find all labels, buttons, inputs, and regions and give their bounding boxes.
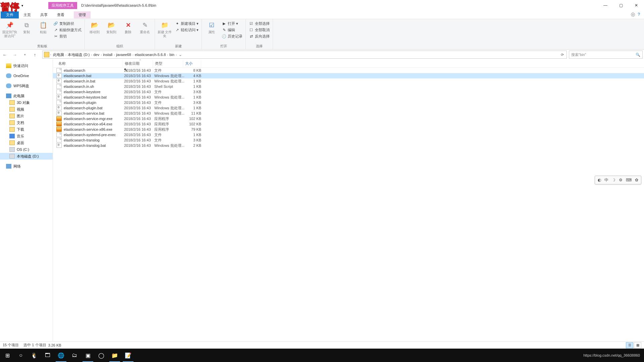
navigation-tree[interactable]: 快速访问OneDriveWPS网盘此电脑3D 对象视频图片文档下载音乐桌面OS …	[0, 60, 53, 341]
delete-button[interactable]: ✕删除	[120, 20, 136, 34]
invert-selection-button[interactable]: ⇄反向选择	[248, 34, 271, 39]
sidebar-item[interactable]: 图片	[0, 113, 53, 119]
tab-manage[interactable]: 管理	[74, 11, 91, 18]
pin-button[interactable]: 📌固定到"快 速访问"	[2, 20, 17, 38]
start-button[interactable]: ⊞	[1, 349, 14, 362]
column-headers[interactable]: ⌃ 名称 修改日期 类型 大小	[53, 60, 644, 68]
chevron-icon[interactable]: ›	[176, 53, 177, 57]
forward-button[interactable]: →	[11, 51, 19, 59]
column-date[interactable]: 修改日期	[123, 60, 153, 67]
close-button[interactable]: ✕	[629, 0, 644, 10]
sidebar-item[interactable]: 3D 对象	[0, 99, 53, 106]
maximize-button[interactable]: ▢	[613, 0, 629, 10]
file-row[interactable]: elasticsearch-plugin2018/2/16 16:43文件3 K…	[53, 100, 644, 105]
file-row[interactable]: elasticsearch-service.bat2018/2/16 16:43…	[53, 111, 644, 116]
address-dropdown[interactable]: ⌄	[177, 53, 183, 57]
ime-item-1[interactable]: 中	[604, 178, 608, 182]
file-list[interactable]: elasticsearch2018/2/16 16:43文件8 KBelasti…	[53, 68, 644, 341]
ime-item-2[interactable]: ☽	[612, 178, 615, 182]
copyto-button[interactable]: 📂复制到	[104, 20, 119, 34]
system-tray[interactable]: https://blog.csdn.net/qq_36608860	[583, 353, 643, 357]
file-row[interactable]: elasticsearch-keystore2018/2/16 16:43文件3…	[53, 89, 644, 95]
help-icon[interactable]: ?	[638, 12, 640, 18]
refresh-button[interactable]: ⟳	[559, 53, 565, 57]
sidebar-item[interactable]: 桌面	[0, 139, 53, 146]
copy-button[interactable]: ⧉复制	[19, 20, 34, 34]
sidebar-item[interactable]: 快速访问	[0, 62, 53, 69]
file-row[interactable]: elasticsearch-translog2018/2/16 16:43文件3…	[53, 137, 644, 143]
sidebar-item[interactable]: 此电脑	[0, 93, 53, 99]
taskbar-app-2[interactable]: 🗔	[41, 349, 54, 362]
breadcrumb-6[interactable]: bin	[168, 53, 176, 57]
file-row[interactable]: elasticsearch-keystore.bat2018/2/16 16:4…	[53, 95, 644, 100]
sidebar-item[interactable]: WPS网盘	[0, 82, 53, 89]
file-row[interactable]: elasticsearch-systemd-pre-exec2018/2/16 …	[53, 132, 644, 137]
cut-button[interactable]: ✂剪切	[52, 34, 83, 39]
file-row[interactable]: elasticsearch.in.bat2018/2/16 16:43Windo…	[53, 78, 644, 84]
tab-view[interactable]: 查看	[52, 11, 69, 18]
breadcrumb-2[interactable]: dev	[92, 53, 101, 57]
breadcrumb-0[interactable]: 此电脑	[52, 53, 65, 57]
ime-item-3[interactable]: ⚙	[619, 178, 623, 182]
column-size[interactable]: 大小	[183, 60, 201, 67]
sidebar-item[interactable]: OS (C:)	[0, 146, 53, 153]
recent-button[interactable]: ▾	[21, 51, 29, 59]
taskbar-app-3[interactable]: 🗂	[68, 349, 81, 362]
taskbar-chrome[interactable]: 🌐	[54, 349, 68, 362]
cortana-button[interactable]: ○	[14, 349, 28, 362]
search-input[interactable]: 搜索"bin" 🔍	[569, 51, 643, 59]
paste-shortcut-button[interactable]: ↗粘贴快捷方式	[52, 27, 83, 33]
file-row[interactable]: elasticsearch-plugin.bat2018/2/16 16:43W…	[53, 105, 644, 111]
ime-item-4[interactable]: ⌨	[626, 178, 632, 182]
column-name[interactable]: 名称	[56, 60, 123, 67]
breadcrumb-5[interactable]: elasticsearch-5.6.8	[133, 53, 167, 57]
taskbar-app-1[interactable]: 🐧	[28, 349, 41, 362]
taskbar-app-4[interactable]: ▣	[81, 349, 95, 362]
sidebar-item[interactable]: 文档	[0, 119, 53, 126]
open-button[interactable]: ▶打开 ▾	[221, 21, 244, 26]
ime-item-5[interactable]: ✿	[635, 178, 638, 182]
edit-button[interactable]: ✎编辑	[221, 27, 244, 33]
breadcrumb-1[interactable]: 本地磁盘 (D:)	[66, 53, 91, 57]
file-row[interactable]: elasticsearch.bat2018/2/16 16:43Windows …	[53, 73, 644, 78]
file-row[interactable]: elasticsearch2018/2/16 16:43文件8 KB	[53, 68, 644, 73]
newfolder-button[interactable]: 📁新建 文件夹	[157, 20, 172, 38]
file-row[interactable]: elasticsearch.in.sh2018/2/16 16:43Shell …	[53, 84, 644, 89]
taskbar-app-5[interactable]: ◯	[95, 349, 108, 362]
ime-toolbar[interactable]: ◐中☽⚙⌨✿	[595, 176, 641, 184]
view-details-button[interactable]: ☰	[626, 342, 633, 348]
ime-item-0[interactable]: ◐	[598, 178, 601, 182]
newitem-button[interactable]: ✦新建项目 ▾	[174, 21, 200, 26]
select-none-button[interactable]: ☐全部取消	[248, 27, 271, 33]
ribbon-collapse-icon[interactable]: ⓥ	[631, 12, 635, 18]
tab-home[interactable]: 主页	[19, 11, 36, 18]
file-row[interactable]: elasticsearch-service-x64.exe2018/2/16 1…	[53, 121, 644, 127]
breadcrumb-4[interactable]: javaee68	[115, 53, 132, 57]
taskbar-explorer[interactable]: 📁	[108, 349, 121, 362]
file-row[interactable]: elasticsearch-translog.bat2018/2/16 16:4…	[53, 143, 644, 148]
breadcrumb-3[interactable]: install	[102, 53, 114, 57]
sidebar-item[interactable]: 音乐	[0, 133, 53, 139]
column-type[interactable]: 类型	[153, 60, 183, 67]
select-all-button[interactable]: ☑全部选择	[248, 21, 271, 26]
sidebar-item[interactable]: 视频	[0, 106, 53, 113]
paste-button[interactable]: 📋粘贴	[36, 20, 51, 34]
moveto-button[interactable]: 📂移动到	[87, 20, 102, 34]
history-button[interactable]: 🕘历史记录	[221, 34, 244, 39]
file-row[interactable]: elasticsearch-service-mgr.exe2018/2/16 1…	[53, 116, 644, 121]
minimize-button[interactable]: —	[598, 0, 613, 10]
sidebar-item[interactable]: 本地磁盘 (D:)	[0, 153, 53, 160]
tab-share[interactable]: 共享	[36, 11, 52, 18]
properties-button[interactable]: ☑属性	[204, 20, 219, 34]
rename-button[interactable]: ✎重命名	[137, 20, 153, 34]
chevron-icon[interactable]: ›	[50, 53, 51, 56]
up-button[interactable]: ↑	[31, 51, 39, 59]
taskbar-app-6[interactable]: 📝	[121, 349, 135, 362]
address-bar[interactable]: › 此电脑›本地磁盘 (D:)›dev›install›javaee68›ela…	[42, 51, 567, 59]
sidebar-item[interactable]: 网络	[0, 163, 53, 170]
copy-path-button[interactable]: 🔗复制路径	[52, 21, 83, 26]
sidebar-item[interactable]: OneDrive	[0, 72, 53, 79]
file-row[interactable]: elasticsearch-service-x86.exe2018/2/16 1…	[53, 127, 644, 132]
view-large-button[interactable]: ▦	[634, 342, 641, 348]
back-button[interactable]: ←	[1, 51, 9, 59]
